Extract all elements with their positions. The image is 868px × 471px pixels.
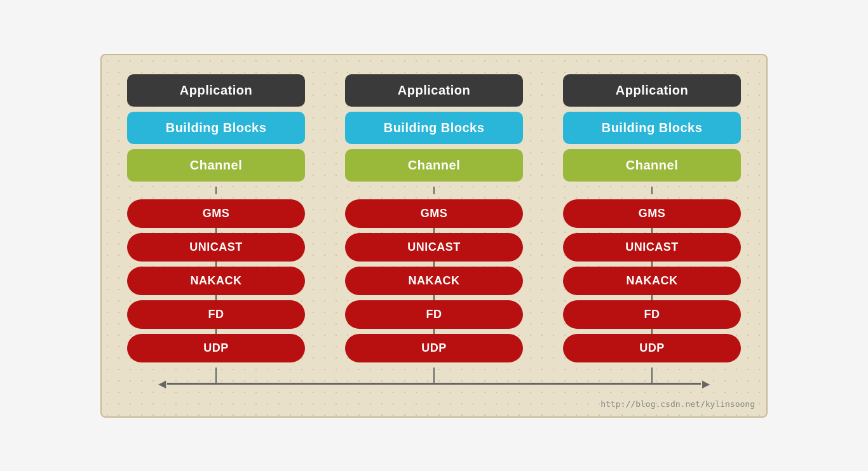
protocol-gms-2: GMS <box>345 199 523 233</box>
protocol-nakack-2: NAKACK <box>345 267 523 300</box>
udp-block-1: UDP <box>127 334 305 362</box>
protocol-unicast-1: UNICAST <box>127 233 305 267</box>
fd-block-3: FD <box>563 300 741 329</box>
watermark: http://blog.csdn.net/kylinsoong <box>600 399 755 409</box>
protocol-stack-3: GMS UNICAST NAKACK FD <box>563 199 741 362</box>
nakack-block-2: NAKACK <box>345 267 523 295</box>
udp-block-2: UDP <box>345 334 523 362</box>
unicast-block-3: UNICAST <box>563 233 741 262</box>
protocol-fd-3: FD <box>563 300 741 334</box>
proto-conn-1d <box>215 329 217 334</box>
columns-wrapper: Application Building Blocks Channel GMS … <box>127 74 741 383</box>
channel-connector-3 <box>651 187 653 194</box>
fd-block-1: FD <box>127 300 305 329</box>
gms-block-1: GMS <box>127 199 305 228</box>
protocol-stack-2: GMS UNICAST NAKACK FD <box>345 199 523 362</box>
arrow-row <box>127 383 741 385</box>
proto-conn-3c <box>651 295 653 300</box>
building-blocks-block-2: Building Blocks <box>345 112 523 144</box>
nakack-block-3: NAKACK <box>563 267 741 295</box>
udp-bottom-line-3 <box>651 368 653 383</box>
protocol-udp-1: UDP <box>127 334 305 362</box>
protocol-udp-3: UDP <box>563 334 741 362</box>
proto-conn-2d <box>433 329 435 334</box>
proto-conn-1c <box>215 295 217 300</box>
udp-block-3: UDP <box>563 334 741 362</box>
column-2: Application Building Blocks Channel GMS … <box>345 74 523 383</box>
protocol-gms-1: GMS <box>127 199 305 233</box>
application-block-2: Application <box>345 74 523 107</box>
proto-conn-1b <box>215 262 217 267</box>
proto-conn-1a <box>215 228 217 233</box>
unicast-block-1: UNICAST <box>127 233 305 262</box>
protocol-unicast-2: UNICAST <box>345 233 523 267</box>
column-3: Application Building Blocks Channel GMS … <box>563 74 741 383</box>
protocol-gms-3: GMS <box>563 199 741 233</box>
protocol-stack-1: GMS UNICAST NAKACK FD <box>127 199 305 362</box>
diagram: Application Building Blocks Channel GMS … <box>100 54 768 418</box>
protocol-fd-2: FD <box>345 300 523 334</box>
proto-conn-2a <box>433 228 435 233</box>
protocol-nakack-3: NAKACK <box>563 267 741 300</box>
udp-bottom-line-2 <box>433 368 435 383</box>
proto-conn-2c <box>433 295 435 300</box>
protocol-unicast-3: UNICAST <box>563 233 741 267</box>
fd-block-2: FD <box>345 300 523 329</box>
protocol-fd-1: FD <box>127 300 305 334</box>
unicast-block-2: UNICAST <box>345 233 523 262</box>
proto-conn-3a <box>651 228 653 233</box>
building-blocks-block-3: Building Blocks <box>563 112 741 144</box>
channel-block-1: Channel <box>127 149 305 182</box>
proto-conn-3d <box>651 329 653 334</box>
channel-block-3: Channel <box>563 149 741 182</box>
building-blocks-block-1: Building Blocks <box>127 112 305 144</box>
application-block-3: Application <box>563 74 741 107</box>
gms-block-2: GMS <box>345 199 523 228</box>
column-1: Application Building Blocks Channel GMS … <box>127 74 305 383</box>
nakack-block-1: NAKACK <box>127 267 305 295</box>
udp-bottom-line-1 <box>215 368 217 383</box>
proto-conn-3b <box>651 262 653 267</box>
protocol-udp-2: UDP <box>345 334 523 362</box>
gms-block-3: GMS <box>563 199 741 228</box>
protocol-nakack-1: NAKACK <box>127 267 305 300</box>
main-container: Application Building Blocks Channel GMS … <box>0 0 868 471</box>
proto-conn-2b <box>433 262 435 267</box>
channel-connector-1 <box>215 187 217 194</box>
bidirectional-arrow <box>167 383 701 385</box>
channel-connector-2 <box>433 187 435 194</box>
bottom-section <box>127 383 741 385</box>
application-block-1: Application <box>127 74 305 107</box>
channel-block-2: Channel <box>345 149 523 182</box>
